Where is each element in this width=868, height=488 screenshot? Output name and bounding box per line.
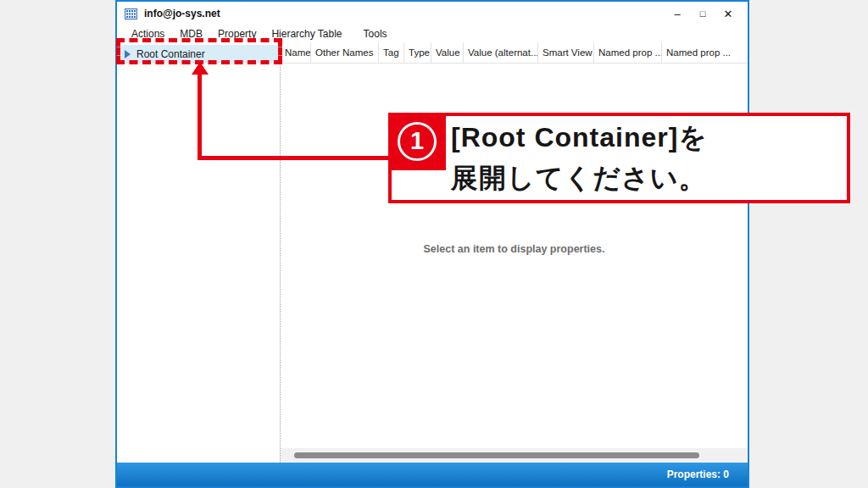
- annotation-line-2: 展開してください。: [451, 158, 845, 198]
- annotation-dashed-highlight-box: [116, 38, 282, 64]
- column-header-value-alternate[interactable]: Value (alternat...: [464, 42, 538, 63]
- column-header-named-prop-1[interactable]: Named prop ...: [594, 42, 662, 63]
- step-number-circle-icon: 1: [398, 122, 437, 161]
- window-title: info@jo-sys.net: [144, 8, 220, 19]
- app-grid-icon: [125, 8, 137, 19]
- maximize-button[interactable]: □: [692, 3, 714, 24]
- horizontal-scrollbar[interactable]: [281, 448, 748, 463]
- column-header-other-names[interactable]: Other Names: [311, 42, 379, 63]
- column-header-name[interactable]: Name: [281, 42, 311, 63]
- annotation-line-1: [Root Container]を: [451, 117, 845, 158]
- window-controls: – □ ✕: [666, 2, 739, 25]
- properties-count: Properties: 0: [667, 469, 729, 480]
- annotation-callout-box: 1 [Root Container]を 展開してください。: [388, 113, 850, 203]
- annotation-step-badge: 1: [388, 113, 446, 170]
- column-header-smart-view[interactable]: Smart View: [538, 42, 594, 63]
- column-header-tag[interactable]: Tag: [379, 42, 404, 63]
- column-header-named-prop-2[interactable]: Named prop ...: [662, 42, 748, 63]
- empty-state-message: Select an item to display properties.: [281, 243, 748, 255]
- column-header-value[interactable]: Value: [431, 42, 464, 63]
- annotation-arrow-horizontal-line: [198, 156, 392, 160]
- screenshot-stage: info@jo-sys.net – □ ✕ Actions MDB Proper…: [0, 0, 868, 488]
- menu-tools[interactable]: Tools: [356, 26, 395, 42]
- table-header-row: Name Other Names Tag Type Value Value (a…: [281, 42, 748, 64]
- horizontal-scrollbar-thumb[interactable]: [294, 452, 699, 458]
- minimize-button[interactable]: –: [666, 3, 688, 24]
- properties-table-panel: Name Other Names Tag Type Value Value (a…: [281, 42, 748, 463]
- annotation-arrow-vertical-line: [198, 73, 202, 160]
- app-window: info@jo-sys.net – □ ✕ Actions MDB Proper…: [115, 0, 749, 488]
- close-button[interactable]: ✕: [717, 3, 739, 24]
- status-bar: Properties: 0: [117, 463, 748, 486]
- title-bar: info@jo-sys.net – □ ✕: [117, 2, 748, 25]
- annotation-instruction-text: [Root Container]を 展開してください。: [451, 117, 845, 198]
- column-header-type[interactable]: Type: [404, 42, 431, 63]
